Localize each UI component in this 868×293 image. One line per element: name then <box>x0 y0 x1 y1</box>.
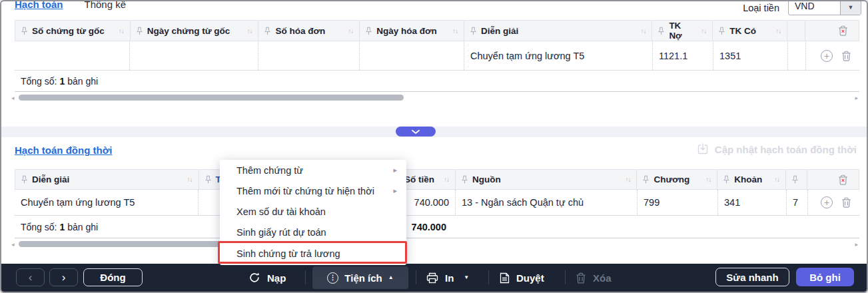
pin-icon[interactable] <box>205 175 211 184</box>
pin-icon[interactable] <box>462 175 468 184</box>
column-header-dien-giai[interactable]: Diễn giải ↑↓ <box>464 21 652 41</box>
document-icon <box>500 272 510 284</box>
column-header-dien-giai-2[interactable]: Diễn giải ↑↓ <box>15 170 199 189</box>
sort-icon[interactable]: ↑↓ <box>640 27 646 35</box>
cell-chuong[interactable]: 799 <box>637 190 717 215</box>
currency-select[interactable]: VND ▼ <box>788 0 861 15</box>
delete-row-icon[interactable] <box>841 51 851 61</box>
delete-row-icon[interactable] <box>841 197 851 208</box>
chevron-up-icon: ▲ <box>388 275 394 280</box>
pin-icon[interactable] <box>21 175 27 184</box>
unpost-button[interactable]: Bỏ ghi <box>796 268 854 286</box>
menu-item-xem-so-du-tai-khoan[interactable]: Xem số dư tài khoản <box>220 201 406 222</box>
column-header-so-chung-tu-goc[interactable]: Số chứng từ gốc ↑↓ <box>15 21 130 41</box>
sort-icon[interactable]: ↑↓ <box>246 27 252 35</box>
menu-item-label: Sinh giấy rút dự toán <box>236 227 326 238</box>
delete-all-icon[interactable]: × <box>838 25 848 36</box>
column-header-ngay-chung-tu-goc[interactable]: Ngày chứng từ gốc ↑↓ <box>130 21 258 41</box>
table-total-row: Tổng số:1bản ghi 740.000 <box>15 216 859 238</box>
sort-icon[interactable]: ↑↓ <box>775 27 781 35</box>
sort-icon[interactable]: ↑↓ <box>701 27 706 35</box>
sort-icon[interactable]: ↑↓ <box>774 176 779 183</box>
download-icon <box>697 143 709 155</box>
column-label: Số tiền <box>404 174 434 184</box>
chevron-down-icon[interactable]: ▼ <box>840 0 861 15</box>
column-header-chuong[interactable]: Chương ↑↓ <box>636 170 717 189</box>
tab-thong-ke[interactable]: Thống kê <box>85 0 127 10</box>
scrollbar-thumb[interactable] <box>19 95 404 101</box>
sort-icon[interactable]: ↑↓ <box>452 27 458 35</box>
table-row: Chuyển tạm ứng lương T5 1121.1 1351 + <box>15 41 859 71</box>
cell-nguon[interactable]: 13 - Ngân sách Quận tự chủ <box>455 190 637 215</box>
table-total-row: Tổng số:1bản ghi <box>15 71 859 92</box>
cell-ngay-hoa-don[interactable] <box>359 41 464 70</box>
column-label: Khoản <box>734 174 762 184</box>
scroll-right-icon[interactable]: ▸ <box>855 241 858 248</box>
print-button[interactable]: In ▼ <box>426 264 469 292</box>
cell-so-chung-tu-goc[interactable] <box>15 41 129 70</box>
scroll-right-icon[interactable]: ▸ <box>855 95 858 101</box>
approve-button[interactable]: Duyệt <box>500 264 544 292</box>
update-simultaneous-label: Cập nhật hạch toán đồng thời <box>715 144 857 155</box>
column-header-tk-co[interactable]: TK Có ↑↓ <box>712 21 787 41</box>
prev-record-button[interactable]: ‹ <box>16 268 45 286</box>
menu-item-them-moi-tu-chung-tu-hien-thoi[interactable]: Thêm mới từ chứng từ hiện thời ▸ <box>220 180 406 201</box>
column-label: Chương <box>653 174 689 184</box>
pin-icon[interactable] <box>792 175 798 184</box>
utilities-label: Tiện ích <box>344 272 382 284</box>
pin-icon[interactable] <box>137 27 143 35</box>
pin-icon[interactable] <box>470 27 476 35</box>
quick-edit-button[interactable]: Sửa nhanh <box>715 268 789 286</box>
menu-item-sinh-giay-rut-du-toan[interactable]: Sinh giấy rút dự toán <box>220 222 406 242</box>
delete-all-icon[interactable]: × <box>838 174 848 185</box>
sort-icon[interactable]: ↑↓ <box>705 176 711 183</box>
sort-icon[interactable]: ↑↓ <box>119 27 124 35</box>
column-header-so-hoa-don[interactable]: Số hóa đơn ↑↓ <box>258 21 359 41</box>
total-count: 1 <box>59 222 65 232</box>
collapse-button[interactable] <box>396 127 436 137</box>
cell-dien-giai-2[interactable]: Chuyển tạm ứng lương T5 <box>15 190 198 215</box>
hach-toan-dong-thoi-link[interactable]: Hạch toán đồng thời <box>15 145 112 156</box>
cell-khoan[interactable]: 341 <box>717 190 786 215</box>
total-count: 1 <box>59 76 65 87</box>
utilities-button[interactable]: ⋮ Tiện ích ▲ <box>312 266 408 289</box>
cell-stub <box>787 41 805 70</box>
pin-icon[interactable] <box>366 27 372 35</box>
sort-icon[interactable]: ↑↓ <box>348 27 353 35</box>
cell-stub-2[interactable]: 7 <box>786 190 807 215</box>
pin-icon[interactable] <box>264 27 270 35</box>
annotation-highlight-box <box>218 241 407 264</box>
cell-tk-no[interactable]: 1121.1 <box>652 41 713 70</box>
cell-dien-giai[interactable]: Chuyển tạm ứng lương T5 <box>464 41 652 70</box>
pin-icon[interactable] <box>643 175 649 184</box>
scroll-left-icon[interactable]: ◂ <box>11 241 15 248</box>
cell-tk-co[interactable]: 1351 <box>713 41 787 70</box>
add-row-icon[interactable]: + <box>821 196 833 208</box>
column-header-khoan[interactable]: Khoản ↑↓ <box>717 170 785 189</box>
cell-so-hoa-don[interactable] <box>258 41 359 70</box>
simultaneous-grid-header: Diễn giải ↑↓ T ↑↓ Số tiền ↑↓ Nguồn ↑↓ Ch… <box>15 169 859 190</box>
pin-icon[interactable] <box>719 27 725 35</box>
column-header-tk-no[interactable]: TK Nợ ↑↓ <box>651 21 712 41</box>
close-button[interactable]: Đóng <box>83 268 143 286</box>
next-record-button[interactable]: › <box>49 268 78 286</box>
reload-button[interactable]: Nạp <box>248 264 286 292</box>
tab-hach-toan[interactable]: Hạch toán <box>15 0 63 10</box>
pin-icon[interactable] <box>21 27 27 35</box>
menu-item-them-chung-tu[interactable]: Thêm chứng từ ▸ <box>220 160 406 180</box>
sort-icon[interactable]: ↑↓ <box>444 176 449 183</box>
pin-icon[interactable] <box>723 175 729 184</box>
column-header-nguon[interactable]: Nguồn ↑↓ <box>455 170 637 189</box>
chevron-down-icon[interactable]: ▼ <box>464 275 469 280</box>
sort-icon[interactable]: ↑↓ <box>625 176 630 183</box>
total-label: Tổng số: <box>21 76 57 87</box>
column-label: Số hóa đơn <box>275 26 325 36</box>
pin-icon[interactable] <box>658 27 664 35</box>
cell-ngay-chung-tu-goc[interactable] <box>129 41 258 70</box>
currency-label: Loại tiền <box>743 0 779 13</box>
sort-icon[interactable]: ↑↓ <box>187 176 193 183</box>
add-row-icon[interactable]: + <box>821 50 833 62</box>
chevron-down-icon <box>412 130 420 134</box>
column-header-ngay-hoa-don[interactable]: Ngày hóa đơn ↑↓ <box>359 21 464 41</box>
scroll-left-icon[interactable]: ◂ <box>11 95 15 101</box>
